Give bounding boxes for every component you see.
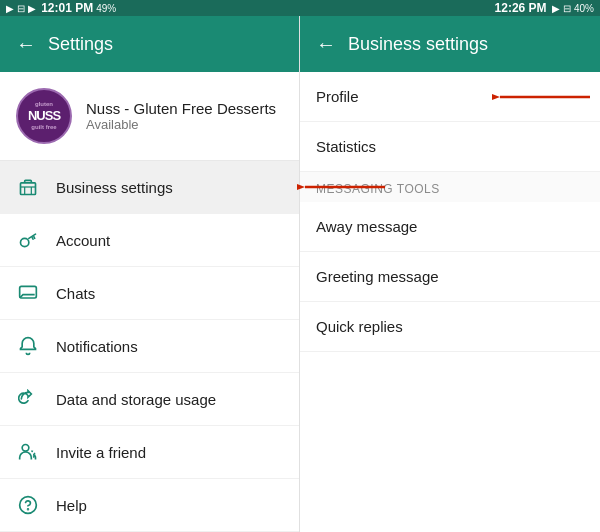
right-item-away-message[interactable]: Away message <box>300 202 600 252</box>
left-back-button[interactable]: ← <box>16 33 36 56</box>
right-toolbar-title: Business settings <box>348 34 488 55</box>
battery-left: 49% <box>96 3 116 14</box>
right-back-button[interactable]: ← <box>316 33 336 56</box>
right-toolbar: ← Business settings <box>300 16 600 72</box>
profile-status: Available <box>86 117 276 132</box>
sidebar-item-notifications[interactable]: Notifications <box>0 320 299 373</box>
svg-point-8 <box>22 445 29 452</box>
right-label-quick-replies: Quick replies <box>316 318 403 335</box>
status-time-left: 12:01 PM <box>41 1 93 15</box>
status-icons-right: ▶ ⊟ <box>550 3 574 14</box>
sidebar-label-notifications: Notifications <box>56 338 283 355</box>
sidebar-label-help: Help <box>56 497 283 514</box>
svg-point-6 <box>21 238 29 246</box>
right-label-profile: Profile <box>316 88 359 105</box>
refresh-icon <box>16 387 40 411</box>
sidebar-item-invite[interactable]: Invite a friend <box>0 426 299 479</box>
avatar: gluten NUSS guilt free <box>16 88 72 144</box>
avatar-bottom-text: guilt free <box>31 124 56 131</box>
chat-icon <box>16 281 40 305</box>
building-icon <box>16 175 40 199</box>
status-time-right: 12:26 PM <box>495 1 547 15</box>
sidebar-item-chats[interactable]: Chats <box>0 267 299 320</box>
sidebar-label-chats: Chats <box>56 285 283 302</box>
messaging-tools-header: MESSAGING TOOLS <box>300 172 600 202</box>
left-toolbar-title: Settings <box>48 34 113 55</box>
right-label-greeting-message: Greeting message <box>316 268 439 285</box>
right-item-profile[interactable]: Profile <box>300 72 600 122</box>
profile-name: Nuss - Gluten Free Desserts <box>86 100 276 117</box>
sidebar-label-data-storage: Data and storage usage <box>56 391 283 408</box>
sidebar-label-account: Account <box>56 232 283 249</box>
battery-right: 40% <box>574 3 594 14</box>
sidebar-item-data-storage[interactable]: Data and storage usage <box>0 373 299 426</box>
help-icon <box>16 493 40 517</box>
svg-point-10 <box>28 509 29 510</box>
left-panel: ← Settings gluten NUSS guilt free Nuss -… <box>0 16 300 532</box>
status-icons-left: ▶ ⊟ ▶ <box>6 3 41 14</box>
right-label-away-message: Away message <box>316 218 417 235</box>
arrow-annotation-profile <box>492 83 592 111</box>
profile-section[interactable]: gluten NUSS guilt free Nuss - Gluten Fre… <box>0 72 299 161</box>
sidebar-label-business-settings: Business settings <box>56 179 283 196</box>
sidebar-item-help[interactable]: Help <box>0 479 299 532</box>
right-item-greeting-message[interactable]: Greeting message <box>300 252 600 302</box>
right-label-statistics: Statistics <box>316 138 376 155</box>
people-icon <box>16 440 40 464</box>
right-item-statistics[interactable]: Statistics <box>300 122 600 172</box>
left-toolbar: ← Settings <box>0 16 299 72</box>
profile-info: Nuss - Gluten Free Desserts Available <box>86 100 276 132</box>
right-panel: ← Business settings Profile Statistics M… <box>300 16 600 532</box>
right-item-quick-replies[interactable]: Quick replies <box>300 302 600 352</box>
avatar-main-text: NUSS <box>28 108 60 124</box>
sidebar-item-business-settings[interactable]: Business settings <box>0 161 299 214</box>
bell-icon <box>16 334 40 358</box>
key-icon <box>16 228 40 252</box>
avatar-top-text: gluten <box>35 101 53 108</box>
status-bars: ▶ ⊟ ▶ 12:01 PM 49% 12:26 PM ▶ ⊟ 40% <box>0 0 600 16</box>
sidebar-label-invite: Invite a friend <box>56 444 283 461</box>
svg-rect-0 <box>21 183 36 195</box>
sidebar-item-account[interactable]: Account <box>0 214 299 267</box>
